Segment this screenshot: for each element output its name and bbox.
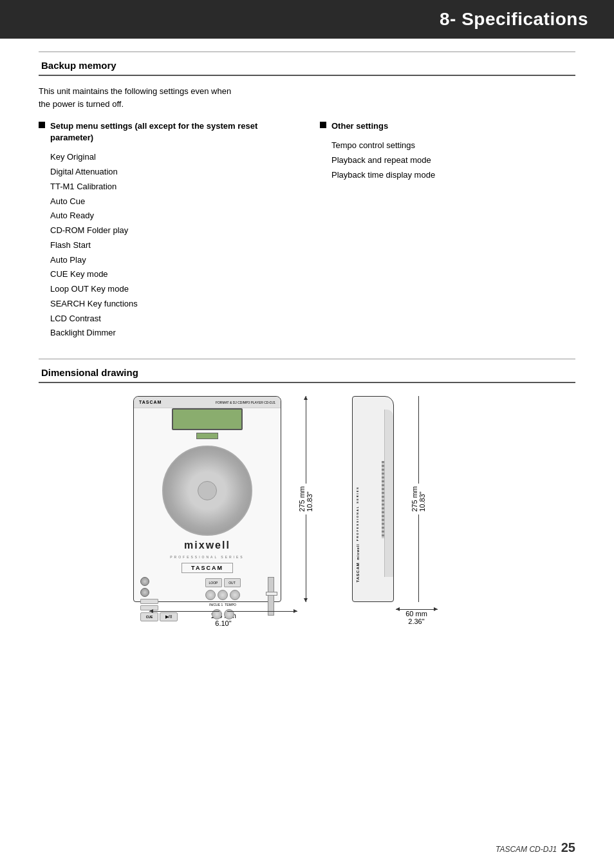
label-row: IN/CUE 1 TEMPO bbox=[209, 603, 236, 607]
vert-line-bottom bbox=[306, 514, 306, 602]
list-item: Auto Ready bbox=[50, 209, 294, 223]
intro-line1: This unit maintains the following settin… bbox=[39, 86, 231, 96]
disc-inner bbox=[198, 481, 217, 500]
side-horiz-dimension: 60 mm 2.36" bbox=[396, 609, 438, 625]
list-item: Backlight Dimmer bbox=[50, 326, 294, 341]
arrow-left bbox=[149, 611, 219, 612]
list-item: LCD Contrast bbox=[50, 312, 294, 326]
side-vert-top bbox=[418, 396, 419, 484]
side-detail bbox=[384, 410, 393, 577]
out-button: OUT bbox=[224, 578, 241, 587]
left-controls: CUE ▶/II bbox=[140, 577, 178, 621]
dimensional-drawing-heading: Dimensional drawing bbox=[39, 367, 575, 383]
knob-1 bbox=[140, 577, 149, 586]
height-dim-label: 275 mm 10.83" bbox=[298, 484, 313, 514]
cue-button: CUE bbox=[140, 612, 158, 621]
side-width-mm: 60 mm bbox=[405, 610, 427, 618]
loop-button: LOOP bbox=[205, 578, 222, 587]
right-heading-text: Other settings bbox=[331, 120, 388, 132]
intro-line2: the power is turned off. bbox=[39, 99, 124, 109]
list-item: Digital Attenuation bbox=[50, 165, 294, 180]
side-view: TASCAM mixwell PROFESSIONAL SERIES 275 m… bbox=[352, 396, 481, 625]
side-height-label: 275 mm 10.83" bbox=[411, 484, 426, 514]
left-subheading: Setup menu settings (all except for the … bbox=[39, 120, 294, 144]
mixwell-sub: PROFESSIONAL SERIES bbox=[134, 555, 281, 559]
list-item: Playback and repeat mode bbox=[331, 153, 575, 168]
page-header: 8- Specifications bbox=[0, 0, 614, 39]
device-brand: TASCAM bbox=[139, 400, 162, 404]
device-model-label: FORMAT & DJ CD/MP3 PLAYER CD-DJ1 bbox=[216, 401, 275, 404]
two-columns-layout: Setup menu settings (all except for the … bbox=[39, 120, 575, 341]
list-item: Flash Start bbox=[50, 238, 294, 253]
left-column: Setup menu settings (all except for the … bbox=[39, 120, 294, 341]
side-horiz-arrow bbox=[396, 609, 438, 610]
list-item: Tempo control settings bbox=[331, 138, 575, 153]
list-item: Auto Cue bbox=[50, 194, 294, 209]
page-footer: TASCAM CD-DJ1 25 bbox=[496, 840, 575, 855]
intro-paragraph: This unit maintains the following settin… bbox=[39, 85, 296, 110]
side-brand-label: TASCAM mixwell PROFESSIONAL SERIES bbox=[355, 486, 360, 582]
play-button: ▶/II bbox=[160, 612, 178, 621]
list-item: CUE Key mode bbox=[50, 267, 294, 282]
backup-memory-section: Backup memory This unit maintains the fo… bbox=[39, 52, 575, 341]
list-item: TT-M1 Calibration bbox=[50, 180, 294, 194]
center-controls: LOOP OUT IN/CUE 1 bbox=[205, 577, 241, 621]
right-subheading: Other settings bbox=[320, 120, 575, 132]
round-btn-1 bbox=[205, 590, 216, 600]
device-front-drawing: TASCAM FORMAT & DJ CD/MP3 PLAYER CD-DJ1 bbox=[133, 396, 281, 602]
footer-page-number: 25 bbox=[561, 840, 575, 854]
list-item: Loop OUT Key mode bbox=[50, 282, 294, 297]
list-item: CD-ROM Folder play bbox=[50, 223, 294, 238]
left-item-list: Key Original Digital Attenuation TT-M1 C… bbox=[39, 150, 294, 341]
footer-model: TASCAM CD-DJ1 bbox=[496, 845, 557, 854]
side-vert-bottom bbox=[418, 514, 419, 602]
knob-2 bbox=[140, 588, 149, 597]
tascam-logo: TASCAM bbox=[181, 563, 233, 573]
arrow-right bbox=[416, 609, 438, 610]
lcd-screen bbox=[172, 408, 243, 430]
small-btn-1 bbox=[140, 599, 158, 604]
tempo-slider bbox=[268, 577, 274, 616]
disc-area bbox=[162, 446, 252, 536]
small-display bbox=[196, 433, 218, 439]
round-btn-3 bbox=[230, 590, 240, 600]
arrow-right bbox=[227, 611, 297, 612]
bullet-icon bbox=[320, 122, 326, 128]
side-width-in: 2.36" bbox=[408, 618, 424, 625]
bullet-icon bbox=[39, 122, 45, 128]
list-item: SEARCH Key functions bbox=[50, 297, 294, 312]
list-item: Auto Play bbox=[50, 253, 294, 268]
arrow-left bbox=[396, 609, 417, 610]
dimensional-drawing-section: Dimensional drawing TASCAM FORMAT & DJ C… bbox=[39, 359, 575, 627]
list-item: Playback time display mode bbox=[331, 168, 575, 183]
tempo-thumb bbox=[266, 592, 277, 596]
front-view: TASCAM FORMAT & DJ CD/MP3 PLAYER CD-DJ1 bbox=[133, 396, 313, 627]
device-top-strip: TASCAM FORMAT & DJ CD/MP3 PLAYER CD-DJ1 bbox=[134, 397, 281, 408]
device-controls: CUE ▶/II LOOP OUT bbox=[134, 577, 281, 621]
vertical-dimension: 275 mm 10.83" bbox=[298, 396, 313, 602]
round-btn-2 bbox=[218, 590, 228, 600]
list-item: Key Original bbox=[50, 150, 294, 165]
connector-strip bbox=[382, 461, 384, 538]
right-item-list: Tempo control settings Playback and repe… bbox=[320, 138, 575, 182]
mixwell-label: mixwell bbox=[134, 540, 281, 551]
backup-memory-heading: Backup memory bbox=[39, 60, 575, 76]
device-side-drawing: TASCAM mixwell PROFESSIONAL SERIES bbox=[352, 396, 394, 602]
left-heading-text: Setup menu settings (all except for the … bbox=[50, 120, 294, 144]
vert-line-top bbox=[306, 396, 306, 484]
page-title: 8- Specifications bbox=[440, 9, 588, 29]
right-controls bbox=[268, 577, 274, 621]
side-vert-dimension: 275 mm 10.83" bbox=[411, 396, 426, 602]
drawing-container: TASCAM FORMAT & DJ CD/MP3 PLAYER CD-DJ1 bbox=[39, 396, 575, 627]
right-column: Other settings Tempo control settings Pl… bbox=[320, 120, 575, 182]
